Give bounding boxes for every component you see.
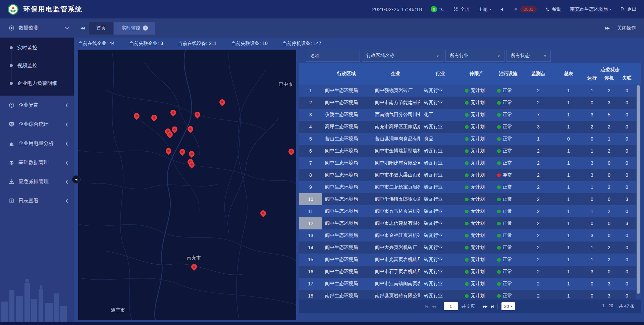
tab-realtime-monitor[interactable]: 实时监控 × xyxy=(114,22,155,35)
name-filter-input[interactable] xyxy=(310,53,356,58)
table-row[interactable]: 5 营山生态环境局 营山县润丰肉食品有限 食品 无计划 正常 1 xyxy=(299,133,636,145)
table-row[interactable]: 4 高坪生态环境局 南充市高坪区王家店建 砖瓦行业 无计划 正常 3 xyxy=(299,121,636,133)
org-menu[interactable]: 南充市生态环境局 ▾ xyxy=(570,6,611,12)
status-filter-select[interactable]: 所有状态 ∨ xyxy=(506,50,551,62)
tab-label: 首页 xyxy=(96,25,106,31)
sidebar-item-data-monitor[interactable]: 数据监测 ❮ xyxy=(0,18,74,38)
row-index: 14 xyxy=(299,241,322,254)
table-row[interactable]: 10 阆中生态环境局 阆中千佛镇五郎垭页岩 砖瓦行业 无计划 正常 2 xyxy=(299,193,636,205)
row-index: 6 xyxy=(299,145,322,157)
cell-total-meters: 1 xyxy=(553,157,584,169)
cell-industry: 砖瓦行业 xyxy=(420,145,460,157)
close-operations-button[interactable]: 关闭操作 xyxy=(617,25,636,31)
cell-lost: 0 xyxy=(618,121,636,133)
sidebar-item-enterprise-abnormal[interactable]: 企业异常 ❮ xyxy=(0,96,74,115)
sidebar-subitem-video-monitor[interactable]: 视频监控 xyxy=(0,57,74,74)
sidebar-item-emergency-reduction[interactable]: 应急减排管理 ❮ xyxy=(0,172,74,191)
cell-industry: 砖瓦行业 xyxy=(420,97,460,109)
table-row[interactable]: 9 阆中生态环境局 阆中市二龙长宝页岩砖 砖瓦行业 无计划 正常 2 xyxy=(299,181,636,193)
tab-home[interactable]: 首页 xyxy=(89,22,113,35)
cell-pollution-control: 正常 xyxy=(493,217,523,229)
table-row[interactable]: 6 阆中生态环境局 阆中市金博瑞新型墙材 砖瓦行业 无计划 正常 2 xyxy=(299,145,636,157)
status-dot xyxy=(497,246,501,250)
sidebar-item-base-data[interactable]: 基础数据管理 ❮ xyxy=(0,153,74,172)
table-row[interactable]: 17 阆中生态环境局 阆中市江南镇阆南页岩 砖瓦行业 无计划 正常 2 xyxy=(299,278,636,290)
cell-lost: 0 xyxy=(618,205,636,217)
cell-stopped: 2 xyxy=(600,181,618,193)
status-dot xyxy=(497,125,501,129)
table-row[interactable]: 2 阆中生态环境局 阆中市南方节能建材有 砖瓦行业 无计划 正常 2 xyxy=(299,97,636,109)
table-scrollbar[interactable] xyxy=(636,85,641,300)
cell-industry: 砖瓦行业 xyxy=(420,229,460,241)
row-index: 13 xyxy=(299,229,322,241)
cell-monitor-points: 1 xyxy=(523,133,553,145)
cell-running: 1 xyxy=(584,241,600,254)
table-row[interactable]: 1 阆中生态环境局 阆中强锐页岩砖厂 砖瓦行业 无计划 正常 2 xyxy=(299,85,636,97)
status-dot xyxy=(497,258,501,262)
cell-total-meters: 1 xyxy=(553,181,584,193)
tabs-scroll-left-icon[interactable]: ◀◀ xyxy=(80,26,84,30)
cell-monitor-points: 2 xyxy=(523,290,553,300)
close-tab-icon[interactable]: × xyxy=(143,25,148,31)
cell-limit-production: 无计划 xyxy=(460,290,493,300)
prev-page-button[interactable]: ◀◀ xyxy=(431,305,436,308)
page-number-input[interactable] xyxy=(444,302,458,310)
table-row[interactable]: 13 阆中生态环境局 阆中市金福旺页岩机砖 砖瓦行业 无计划 正常 2 xyxy=(299,229,636,241)
cell-industry: 砖瓦行业 xyxy=(420,217,460,229)
help-button[interactable]: 帮助 xyxy=(545,6,561,12)
last-page-button[interactable]: ▶| xyxy=(491,305,494,308)
cell-running: 1 xyxy=(584,205,600,217)
logout-button[interactable]: 退出 xyxy=(620,6,637,12)
sidebar-item-label: 企业综合统计 xyxy=(18,121,49,127)
map-panel[interactable]: 巴中市南充市遂宁市 xyxy=(78,50,296,320)
table-row[interactable]: 3 仪陇生态环境局 西南油气田分公司川中 化工 无计划 正常 7 xyxy=(299,109,636,121)
table-row[interactable]: 11 阆中生态环境局 阆中市五马桥页岩机砖 砖瓦行业 无计划 正常 2 xyxy=(299,205,636,217)
sidebar-item-log-view[interactable]: 日志查看 ❮ xyxy=(0,191,74,210)
table-row[interactable]: 16 阆中生态环境局 阆中市石子页岩机砖厂 砖瓦行业 无计划 正常 2 xyxy=(299,266,636,278)
notifications[interactable]: 2632 xyxy=(514,6,537,12)
chevron-left-icon: ❮ xyxy=(65,103,68,107)
sidebar-item-power-analysis[interactable]: 企业用电量分析 ❮ xyxy=(0,134,74,153)
page-size-select[interactable]: 20 ▾ xyxy=(501,302,515,310)
row-index: 11 xyxy=(299,205,322,217)
cell-total-meters: 1 xyxy=(553,85,584,97)
table-row[interactable]: 8 阆中生态环境局 阆中市枣碧大梁山页岩 砖瓦行业 无计划 异常 2 xyxy=(299,169,636,181)
sidebar-subitem-power-load-detail[interactable]: 企业电力负荷明细 xyxy=(0,74,74,92)
table-row[interactable]: 14 阆中生态环境局 阆中大兴页岩机砖厂 砖瓦行业 无计划 正常 2 xyxy=(299,241,636,254)
row-index: 2 xyxy=(299,97,322,109)
skyline-watermark xyxy=(0,273,74,323)
brand: 环保用电监管系统 xyxy=(7,4,83,15)
theme-menu[interactable]: 主题 ▾ xyxy=(478,6,491,12)
table-row[interactable]: 15 阆中生态环境局 阆中市光富页岩机砖厂 砖瓦行业 无计划 正常 2 xyxy=(299,254,636,266)
industry-filter-select[interactable]: 所有行业 ∨ xyxy=(445,50,504,62)
volume-button[interactable] xyxy=(500,7,505,12)
sidebar-subitem-realtime-monitor[interactable]: 实时监控 xyxy=(0,39,74,57)
scrollbar-thumb[interactable] xyxy=(637,85,640,294)
row-index: 16 xyxy=(299,266,322,278)
cell-stopped: 3 xyxy=(600,278,618,290)
cell-total-meters: 1 xyxy=(553,254,584,266)
fullscreen-icon xyxy=(453,7,458,12)
map-city-label: 巴中市 xyxy=(279,82,293,88)
header-right: 2021-02-25 17:46:18 0 ℃ 全屏 主题 ▾ xyxy=(372,6,637,12)
fullscreen-button[interactable]: 全屏 xyxy=(453,6,470,12)
sidebar-collapse-toggle[interactable]: ◀ xyxy=(72,175,80,184)
cell-region: 阆中生态环境局 xyxy=(322,181,371,193)
cell-company: 阆中市金福旺页岩机砖 xyxy=(371,229,420,241)
table-row[interactable]: 18 南部生态环境局 南部县页岩砖有限公司 砖瓦行业 无计划 正常 2 xyxy=(299,290,636,300)
theme-label: 主题 xyxy=(478,6,488,12)
table-row[interactable]: 7 阆中生态环境局 阆中明阳建材有限公司 砖瓦行业 无计划 正常 2 xyxy=(299,157,636,169)
next-page-button[interactable]: ▶▶ xyxy=(483,305,487,308)
volume-icon xyxy=(500,7,505,12)
cell-company: 阆中市南方节能建材有 xyxy=(371,97,420,109)
cell-monitor-points: 2 xyxy=(523,181,553,193)
stats-bar: 当前在线企业:44 当前失联企业:3 当前在线设备:211 当前失联设备:10 … xyxy=(78,38,336,50)
cell-running: 1 xyxy=(584,85,600,97)
tabs-scroll-right-icon[interactable]: ▶▶ xyxy=(605,26,609,30)
region-filter-select[interactable]: 行政区域名称 ∨ xyxy=(362,50,443,62)
sidebar-item-enterprise-statistics[interactable]: 企业综合统计 ❮ xyxy=(0,115,74,134)
table-row[interactable]: 12 阆中生态环境局 阆中市忠信建材有限公 砖瓦行业 无计划 正常 2 xyxy=(299,217,636,229)
cell-running: 1 xyxy=(584,254,600,266)
cell-stopped: 5 xyxy=(600,109,618,121)
first-page-button[interactable]: |◀ xyxy=(425,305,428,308)
